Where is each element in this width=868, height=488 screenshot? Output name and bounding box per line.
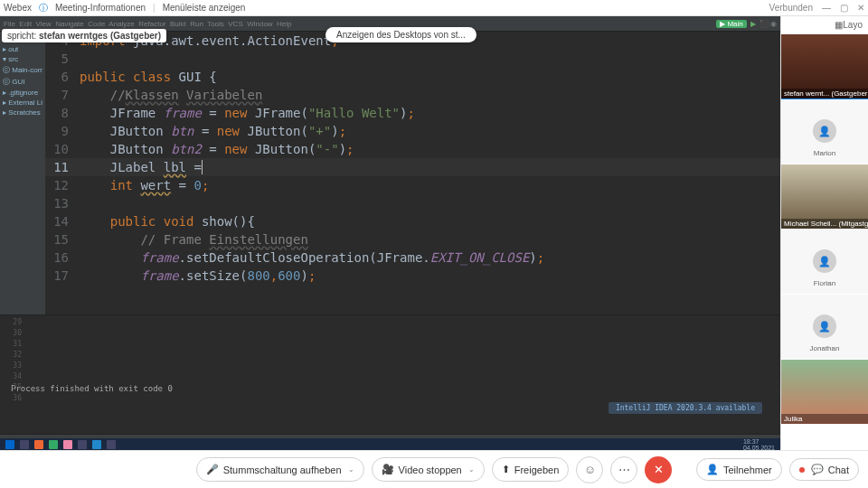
mic-muted-icon: 🎤: [206, 464, 219, 475]
meeting-controls: 🎤 Stummschaltung aufheben⌄ 🎥 Video stopp…: [0, 450, 868, 488]
shared-screen-ide: File Edit View Navigate Code Analyze Ref…: [0, 16, 780, 450]
chevron-down-icon: ⌄: [348, 465, 354, 474]
participant-tile[interactable]: 👤Marion: [781, 99, 868, 164]
code-editor[interactable]: 4import java.awt.event.ActionEvent;56pub…: [45, 32, 780, 314]
webex-top-bar: Webex ⓘ Meeting-Informationen | Menüleis…: [0, 0, 868, 16]
taskbar-app-icon[interactable]: [92, 440, 101, 449]
show-menu-link[interactable]: Menüleiste anzeigen: [163, 3, 246, 13]
minimize-icon[interactable]: —: [822, 3, 831, 13]
camera-icon: 🎥: [382, 464, 394, 475]
share-button[interactable]: ⬆ Freigeben: [492, 457, 570, 482]
participant-tile[interactable]: Julika: [781, 360, 868, 425]
terminal-panel[interactable]: 2930313233343536 Process finished with e…: [0, 314, 780, 432]
start-icon[interactable]: [5, 440, 14, 449]
chat-icon: 💬: [811, 464, 824, 475]
project-tree[interactable]: ▸ .idea▸ out▾ src ⓒ Main-company ⓒ GUI▸ …: [0, 32, 45, 314]
more-button[interactable]: ⋯: [610, 456, 637, 483]
windows-taskbar[interactable]: 18:3704.05.2021: [0, 438, 780, 450]
leave-button[interactable]: ✕: [645, 456, 672, 483]
update-notification[interactable]: IntelliJ IDEA 2020.3.4 available: [609, 402, 762, 414]
video-button[interactable]: 🎥 Video stoppen⌄: [372, 457, 485, 482]
avatar: 👤: [813, 119, 836, 143]
participants-button[interactable]: 👤Teilnehmer: [696, 458, 782, 481]
participant-tile[interactable]: Michael Schell... (Mitgastg: [781, 164, 868, 230]
mute-button[interactable]: 🎤 Stummschaltung aufheben⌄: [196, 457, 364, 482]
taskbar-app-icon[interactable]: [107, 440, 116, 449]
avatar: 👤: [813, 249, 836, 273]
unread-dot-icon: [799, 467, 805, 473]
taskbar-app-icon[interactable]: [63, 440, 72, 449]
taskbar-app-icon[interactable]: [20, 440, 29, 449]
info-icon[interactable]: ⓘ: [39, 2, 48, 14]
maximize-icon[interactable]: ▢: [840, 3, 848, 13]
participant-tile[interactable]: 👤Florian: [781, 230, 868, 295]
main-area: File Edit View Navigate Code Analyze Ref…: [0, 16, 868, 450]
app-name: Webex: [4, 3, 32, 13]
sharing-pill[interactable]: Anzeigen des Desktops von st...: [326, 27, 476, 42]
close-icon[interactable]: ✕: [857, 3, 864, 13]
taskbar-app-icon[interactable]: [78, 440, 87, 449]
participants-panel: ▦ Layo stefan wernt... (Gastgeber👤Marion…: [780, 16, 868, 450]
participant-tile[interactable]: 👤Jonathan: [781, 295, 868, 360]
participant-tile[interactable]: stefan wernt... (Gastgeber: [781, 34, 868, 99]
share-icon: ⬆: [502, 464, 510, 475]
taskbar-app-icon[interactable]: [49, 440, 58, 449]
layout-button[interactable]: ▦ Layo: [781, 16, 868, 34]
avatar: 👤: [813, 314, 836, 338]
connected-status: Verbunden: [769, 3, 813, 13]
taskbar-app-icon[interactable]: [34, 440, 43, 449]
terminal-output: Process finished with exit code 0: [0, 379, 780, 399]
chat-button[interactable]: 💬Chat: [789, 458, 859, 481]
reactions-button[interactable]: ☺: [576, 456, 603, 483]
speaking-indicator: spricht: stefan werntges (Gastgeber): [2, 29, 166, 42]
meeting-info-link[interactable]: Meeting-Informationen: [55, 3, 146, 13]
people-icon: 👤: [706, 464, 719, 475]
chevron-down-icon: ⌄: [468, 465, 475, 474]
